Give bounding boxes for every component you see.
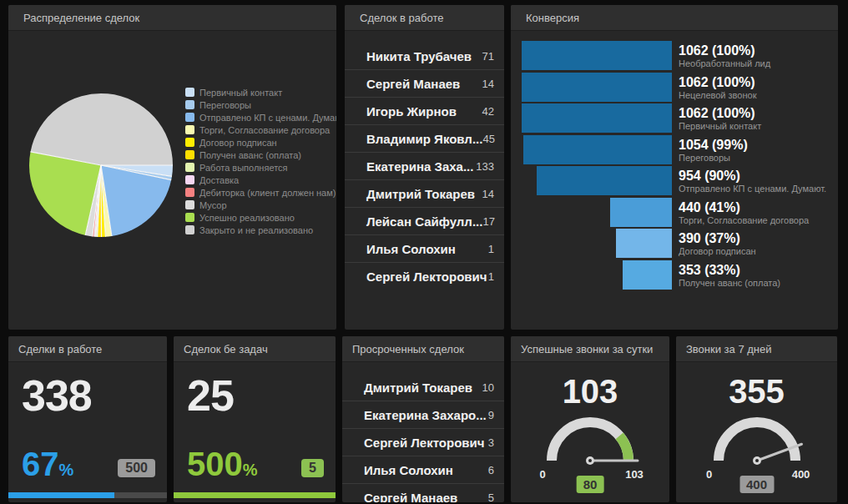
card-percent: 500% (187, 447, 258, 481)
card-value: 338 (22, 374, 167, 417)
legend-label: Отправлено КП с ценами. Думают. (199, 113, 336, 123)
funnel-stage-label: Получен аванс (оплата) (679, 278, 780, 289)
legend-item: Работа выполняется (185, 163, 336, 172)
list-row: Сергей Манаев14 (345, 70, 504, 98)
panel-header: Распределение сделок (8, 5, 336, 31)
funnel-text: 440 (41%)Торги, Согласование договора (679, 200, 809, 226)
card-percent: 67% (22, 447, 73, 481)
funnel-row: 954 (90%)Отправлено КП с ценами. Думают. (511, 166, 838, 195)
list-row: Екатерина Заха...133 (345, 153, 504, 180)
panel-header: Просроченных сделок (342, 336, 504, 362)
list-row: Сергей Лекторович1 (345, 263, 504, 290)
deal-count: 6 (488, 464, 494, 476)
list-row: Дмитрий Токарев10 (342, 374, 504, 401)
funnel-bar (522, 103, 672, 133)
gauge-min-label: 0 (539, 468, 545, 481)
gauge-chart (511, 411, 669, 469)
deal-count: 14 (482, 188, 494, 200)
person-name: Илья Солохин (366, 242, 456, 256)
legend-label: Дебиторка (клиент должен нам) (199, 188, 336, 198)
list-row: Екатерина Захаро...9 (342, 401, 504, 429)
panel-title: Конверсия (526, 12, 579, 24)
funnel-row: 1062 (100%)Необработанный лид (511, 41, 838, 70)
funnel-value: 440 (41%) (679, 200, 809, 215)
person-name: Игорь Жирнов (366, 104, 457, 118)
panel-deal-distribution: Распределение сделок Первичный контактПе… (8, 5, 336, 330)
funnel-value: 390 (37%) (679, 231, 756, 246)
panel-header: Сделки в работе (8, 336, 167, 362)
panel-title: Распределение сделок (23, 12, 139, 24)
deal-count: 1 (488, 243, 494, 255)
progress-bar (174, 492, 336, 498)
pie-slice (31, 93, 173, 165)
funnel-row: 1062 (100%)Первичный контакт (511, 103, 838, 133)
legend-swatch (185, 125, 194, 134)
list-row: Владимир Яковл...45 (345, 125, 504, 153)
funnel-bar (623, 260, 672, 290)
legend-label: Первичный контакт (199, 88, 282, 98)
legend-item: Успешно реализовано (185, 213, 336, 222)
deal-count: 45 (482, 133, 494, 145)
funnel-row: 1062 (100%)Нецелевой звонок (511, 73, 838, 102)
panel-title: Успешные звонки за сутки (521, 343, 653, 355)
gauge-arc (552, 422, 628, 461)
percent-number: 500 (187, 446, 243, 482)
list-row: Дмитрий Токарев14 (345, 180, 504, 208)
deal-count: 5 (488, 491, 494, 503)
funnel-row: 440 (41%)Торги, Согласование договора (511, 198, 838, 227)
legend-label: Договор подписан (199, 138, 277, 148)
person-name: Сергей Лекторович (364, 436, 484, 450)
panel-body: Первичный контактПереговорыОтправлено КП… (8, 31, 336, 330)
funnel-stage-label: Отправлено КП с ценами. Думают. (679, 184, 826, 194)
deal-count: 17 (482, 215, 494, 228)
gauge-hub-center (588, 459, 592, 462)
legend-swatch (185, 100, 194, 109)
person-name: Дмитрий Токарев (366, 187, 475, 201)
funnel-value: 1062 (100%) (679, 106, 761, 121)
legend-item: Первичный контакт (185, 88, 336, 97)
deal-count: 1 (488, 270, 494, 283)
target-badge: 500 (118, 459, 155, 477)
deal-count: 10 (482, 381, 494, 394)
legend-label: Закрыто и не реализовано (199, 225, 313, 235)
list-row: Игорь Жирнов42 (345, 98, 504, 125)
panel-card-tasks: Сделок бе задач 25 500% 5 (174, 336, 336, 502)
legend-swatch (185, 225, 194, 234)
person-name: Сергей Манаев (364, 491, 457, 503)
gauge-target-badge: 400 (739, 476, 774, 493)
panel-gauge-calls-day: Успешные звонки за сутки 103 0 103 80 (511, 336, 669, 502)
deal-count: 42 (482, 105, 494, 118)
panel-card-deals: Сделки в работе 338 67% 500 (8, 336, 167, 502)
list-row: Сергей Манаев5 (342, 484, 504, 502)
panel-body: 103 0 103 80 (511, 362, 669, 502)
deal-count: 9 (488, 409, 494, 421)
panel-header: Успешные звонки за сутки (511, 336, 669, 362)
funnel-text: 390 (37%)Договор подписан (679, 231, 756, 257)
gauge-max-label: 400 (792, 468, 810, 481)
legend-swatch (185, 188, 194, 197)
legend-item: Дебиторка (клиент должен нам) (185, 188, 336, 197)
legend-item: Закрыто и не реализовано (185, 225, 336, 234)
legend-swatch (185, 200, 194, 209)
panel-header: Сделок бе задач (174, 336, 336, 362)
panel-conversion: Конверсия 1062 (100%)Необработанный лид1… (511, 5, 838, 330)
overdue-deals-list: Дмитрий Токарев10Екатерина Захаро...9Сер… (342, 362, 504, 502)
funnel-text: 1054 (99%)Переговоры (679, 138, 748, 164)
person-name: Сергей Манаев (366, 77, 460, 91)
gauge-value: 355 (676, 375, 837, 408)
person-name: Сергей Лекторович (366, 270, 487, 284)
target-badge: 5 (301, 459, 324, 477)
deal-count: 133 (476, 160, 494, 173)
legend-swatch (185, 138, 194, 147)
gauge-value: 103 (511, 375, 669, 408)
panel-header: Конверсия (511, 5, 838, 31)
legend-swatch (185, 113, 194, 122)
person-name: Екатерина Заха... (366, 159, 473, 174)
legend-item: Получен аванс (оплата) (185, 150, 336, 159)
funnel-bar (610, 198, 672, 227)
deal-count: 71 (482, 50, 494, 63)
legend-swatch (185, 175, 194, 184)
legend-label: Работа выполняется (199, 163, 288, 173)
funnel-value: 1054 (99%) (679, 138, 748, 153)
funnel-bar (616, 229, 672, 258)
